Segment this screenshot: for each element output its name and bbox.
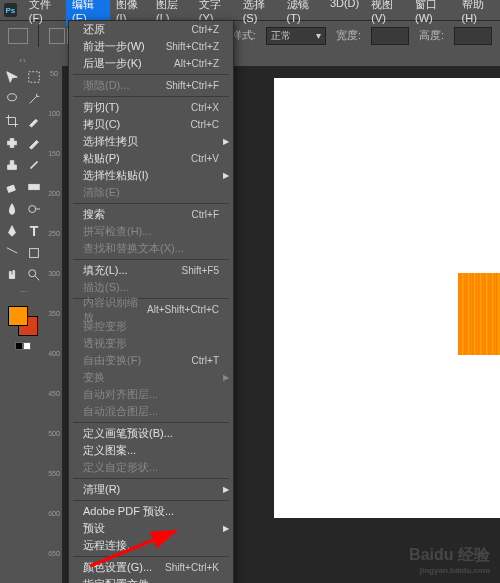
ruler-tick: 300 [46,270,62,277]
menu-item[interactable]: 指定配置文件... [69,576,233,583]
toolbox-more-icon[interactable]: ⋯ [19,287,28,296]
menu-item[interactable]: 选择性粘贴(I)▶ [69,167,233,184]
width-input[interactable] [371,27,409,45]
menu-item: 定义自定形状... [69,459,233,476]
toolbox: ›› T ⋯ [0,50,46,583]
lasso-tool-icon[interactable] [2,89,22,109]
menu-item-label: 颜色设置(G)... [83,560,152,575]
blur-tool-icon[interactable] [2,199,22,219]
type-tool-icon[interactable]: T [24,221,44,241]
ruler-tick: 250 [46,230,62,237]
menu-item[interactable]: Adobe PDF 预设... [69,503,233,520]
zoom-tool-icon[interactable] [24,265,44,285]
menu-item: 渐隐(D)...Shift+Ctrl+F [69,77,233,94]
menu-3D(D)[interactable]: 3D(D) [324,0,365,26]
menu-shortcut: Ctrl+C [190,119,219,130]
svg-point-1 [8,94,17,101]
menu-item: 清除(E) [69,184,233,201]
menu-shortcut: Shift+Ctrl+Z [166,41,219,52]
menu-item[interactable]: 填充(L)...Shift+F5 [69,262,233,279]
menu-shortcut: Ctrl+V [191,153,219,164]
ruler-tick: 600 [46,510,62,517]
watermark: Baidu 经验 jingyan.baidu.com [409,545,490,575]
color-swatches[interactable] [8,306,38,336]
dodge-tool-icon[interactable] [24,199,44,219]
move-tool-icon[interactable] [2,67,22,87]
menu-item: 自由变换(F)Ctrl+T [69,352,233,369]
menu-item[interactable]: 粘贴(P)Ctrl+V [69,150,233,167]
menu-item-label: Adobe PDF 预设... [83,504,174,519]
svg-point-9 [29,270,36,277]
menu-item[interactable]: 前进一步(W)Shift+Ctrl+Z [69,38,233,55]
gradient-tool-icon[interactable] [24,177,44,197]
menu-separator [73,556,229,557]
stamp-tool-icon[interactable] [2,155,22,175]
menu-item: 操控变形 [69,318,233,335]
history-brush-icon[interactable] [24,155,44,175]
menu-item: 查找和替换文本(X)... [69,240,233,257]
edit-menu-dropdown: 还原Ctrl+Z前进一步(W)Shift+Ctrl+Z后退一步(K)Alt+Ct… [68,20,234,583]
menu-选择(S)[interactable]: 选择(S) [237,0,281,26]
menu-shortcut: Alt+Shift+Ctrl+C [147,304,219,315]
menu-item[interactable]: 颜色设置(G)...Shift+Ctrl+K [69,559,233,576]
grip-icon[interactable]: ›› [19,56,26,65]
menu-item-label: 选择性拷贝 [83,134,138,149]
menu-item-label: 描边(S)... [83,280,129,295]
menu-item[interactable]: 拷贝(C)Ctrl+C [69,116,233,133]
marquee-tool-icon[interactable] [8,28,28,44]
menu-item[interactable]: 清理(R)▶ [69,481,233,498]
menu-item-label: 拷贝(C) [83,117,120,132]
eraser-tool-icon[interactable] [2,177,22,197]
style-select[interactable]: 正常▾ [266,27,326,45]
submenu-arrow-icon: ▶ [223,524,229,533]
menu-item-label: 拼写检查(H)... [83,224,151,239]
menu-item[interactable]: 搜索Ctrl+F [69,206,233,223]
menu-item-label: 定义图案... [83,443,136,458]
ruler-tick: 100 [46,110,62,117]
eyedropper-tool-icon[interactable] [24,111,44,131]
menu-item: 拼写检查(H)... [69,223,233,240]
foreground-swatch[interactable] [8,306,28,326]
menu-item-label: 自动混合图层... [83,404,158,419]
menu-item: 自动混合图层... [69,403,233,420]
pen-tool-icon[interactable] [2,221,22,241]
shape-tool-icon[interactable] [24,243,44,263]
menu-item-label: 指定配置文件... [83,577,158,583]
menu-item[interactable]: 定义图案... [69,442,233,459]
menu-shortcut: Shift+F5 [181,265,219,276]
svg-point-6 [29,206,36,213]
submenu-arrow-icon: ▶ [223,485,229,494]
svg-rect-3 [10,139,14,148]
menu-item[interactable]: 还原Ctrl+Z [69,21,233,38]
height-input[interactable] [454,27,492,45]
path-tool-icon[interactable] [2,243,22,263]
menu-视图(V)[interactable]: 视图(V) [365,0,409,26]
crop-tool-icon[interactable] [2,111,22,131]
menu-帮助(H)[interactable]: 帮助(H) [456,0,500,26]
menu-item-label: 还原 [83,22,105,37]
menu-item[interactable]: 远程连接... [69,537,233,554]
menu-shortcut: Shift+Ctrl+F [166,80,219,91]
menu-item[interactable]: 选择性拷贝▶ [69,133,233,150]
menu-item-label: 清理(R) [83,482,120,497]
menu-item[interactable]: 定义画笔预设(B)... [69,425,233,442]
heal-tool-icon[interactable] [2,133,22,153]
marquee-tool-icon[interactable] [24,67,44,87]
wand-tool-icon[interactable] [24,89,44,109]
menu-item[interactable]: 剪切(T)Ctrl+X [69,99,233,116]
menu-窗口(W)[interactable]: 窗口(W) [409,0,456,26]
vertical-ruler: 50100150200250300350400450500550600650 [46,50,62,583]
hand-tool-icon[interactable] [2,265,22,285]
menu-item-label: 清除(E) [83,185,120,200]
menu-item[interactable]: 后退一步(K)Alt+Ctrl+Z [69,55,233,72]
ruler-tick: 650 [46,550,62,557]
menu-item-label: 定义画笔预设(B)... [83,426,173,441]
menu-文件(F)[interactable]: 文件(F) [23,0,66,26]
menu-item[interactable]: 预设▶ [69,520,233,537]
default-swatches-icon[interactable] [15,342,31,350]
svg-line-10 [35,276,39,280]
menu-separator [73,259,229,260]
menu-滤镜(T)[interactable]: 滤镜(T) [281,0,324,26]
brush-tool-icon[interactable] [24,133,44,153]
menu-item-label: 粘贴(P) [83,151,120,166]
